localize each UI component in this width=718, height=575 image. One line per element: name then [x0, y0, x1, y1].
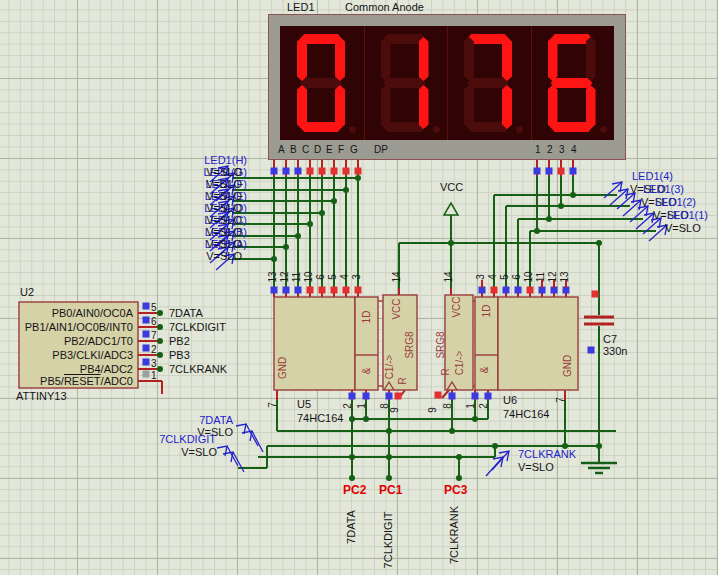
- voltage-annotation: V=SLO: [206, 238, 242, 250]
- rotated-label: R: [397, 377, 408, 384]
- c7-value[interactable]: 330n: [603, 345, 627, 357]
- segment-G-unlit: [300, 78, 342, 88]
- junction-dot: [319, 210, 325, 216]
- display-pin-number: 2: [547, 144, 553, 156]
- logic-state-indicator: [283, 168, 290, 175]
- logic-state-indicator: [485, 393, 492, 400]
- u2-pin-number: 6: [151, 316, 157, 328]
- logic-state-indicator: [283, 287, 290, 294]
- logic-state-indicator: [143, 345, 150, 352]
- probe-net-7data: 7DATA: [345, 510, 357, 544]
- logic-state-indicator: [449, 393, 456, 400]
- display-pin-letter: G: [350, 144, 358, 156]
- rotated-label: 8: [442, 403, 453, 409]
- u2-pin-name: PB2/ADC1/T0: [64, 335, 133, 347]
- display-pin-number: 3: [559, 144, 565, 156]
- u2-terminal-label[interactable]: PB2: [169, 335, 190, 347]
- rotated-label: 14: [391, 271, 402, 282]
- logic-state-indicator: [143, 371, 150, 378]
- rotated-label: C1/->: [454, 351, 465, 376]
- segment-B-unlit: [586, 37, 596, 81]
- rotated-label: 6: [315, 274, 326, 280]
- net-label[interactable]: LED1(2): [655, 196, 696, 208]
- rotated-label: 2: [342, 403, 353, 409]
- u2-value[interactable]: ATTINY13: [16, 390, 67, 402]
- net-label[interactable]: LED1(4): [632, 170, 673, 182]
- segment-F-lit: [548, 37, 558, 81]
- rotated-label: 10: [303, 271, 314, 282]
- c7-ref[interactable]: C7: [603, 333, 617, 345]
- probe-pc1[interactable]: PC1: [379, 484, 402, 496]
- rotated-label: 4: [487, 274, 498, 280]
- voltage-annotation: V=SLO: [206, 166, 242, 178]
- u2-pin-name: PB1/AIN1/OC0B/INT0: [25, 321, 133, 333]
- u6-ref[interactable]: U6: [503, 394, 517, 406]
- logic-state-indicator: [319, 287, 326, 294]
- rotated-label: 14: [443, 271, 454, 282]
- junction-dot: [283, 244, 289, 250]
- net-label[interactable]: LED1(1): [667, 209, 708, 221]
- logic-state-indicator: [592, 291, 599, 298]
- segment-E-lit: [548, 85, 558, 129]
- display-type: Common Anode: [345, 1, 424, 13]
- schematic-canvas[interactable]: LED1 Common Anode U2 ATTINY13 U5 74HC164…: [0, 0, 718, 575]
- junction-dot: [558, 203, 564, 209]
- rotated-label: SRG8: [435, 331, 446, 358]
- junction-dot: [271, 256, 277, 262]
- rotated-label: 5: [327, 274, 338, 280]
- rotated-label: R: [440, 368, 451, 375]
- rotated-label: 6: [511, 274, 522, 280]
- voltage-annotation: V=SLO: [206, 178, 242, 190]
- segment-DP-unlit: [516, 126, 523, 133]
- probe-pc3[interactable]: PC3: [444, 484, 467, 496]
- net-label[interactable]: LED1(3): [643, 183, 684, 195]
- u6-value[interactable]: 74HC164: [503, 408, 549, 420]
- wire[interactable]: [442, 390, 449, 398]
- u2-pin-name: PB0/AIN0/OC0A: [52, 307, 133, 319]
- voltage-7clkrank: V=SLO: [518, 461, 554, 473]
- u2-pin-number: 2: [151, 344, 157, 356]
- u2-terminal-label[interactable]: 7CLKDIGIT: [169, 321, 226, 333]
- u5-value[interactable]: 74HC164: [297, 412, 343, 424]
- display-ref[interactable]: LED1: [287, 1, 315, 13]
- u2-terminal-label[interactable]: 7DATA: [169, 307, 203, 319]
- digit-separator: [364, 26, 365, 140]
- junction-dot: [307, 221, 313, 227]
- u2-terminal-label[interactable]: PB3: [169, 349, 190, 361]
- u2-pin-number: 3: [151, 358, 157, 370]
- rotated-label: 7: [555, 397, 566, 403]
- rotated-label: 3: [475, 274, 486, 280]
- probe-pc2[interactable]: PC2: [343, 484, 366, 496]
- net-label-7clkrank[interactable]: 7CLKRANK: [518, 448, 576, 460]
- logic-state-indicator: [491, 287, 498, 294]
- logic-state-indicator: [307, 168, 314, 175]
- logic-state-indicator: [143, 359, 150, 366]
- segment-F-unlit: [464, 37, 474, 81]
- display-pin-letter: E: [326, 144, 333, 156]
- voltage-annotation: V=SLO: [665, 222, 701, 234]
- display-pin-letter: DP: [374, 144, 388, 156]
- rotated-label: 11: [535, 272, 546, 282]
- u5-ref[interactable]: U5: [297, 398, 311, 410]
- u2-terminal-label[interactable]: 7CLKRANK: [169, 363, 227, 375]
- rotated-label: 13: [267, 271, 278, 282]
- logic-state-indicator: [307, 287, 314, 294]
- display-pin-letter: C: [302, 144, 309, 156]
- digit-separator: [447, 26, 448, 140]
- display-pin-letter: A: [278, 144, 285, 156]
- logic-state-indicator: [355, 287, 362, 294]
- rotated-label: VCC: [451, 296, 462, 317]
- voltage-annotation: V=SLO: [206, 190, 242, 202]
- logic-state-indicator: [295, 287, 302, 294]
- u2-pin-number: 1: [151, 370, 157, 382]
- rotated-label: 5: [499, 274, 510, 280]
- logic-state-indicator: [588, 347, 595, 354]
- u2-ref[interactable]: U2: [20, 286, 34, 298]
- vcc-label[interactable]: VCC: [440, 181, 463, 193]
- net-label[interactable]: LED1(H): [204, 154, 247, 166]
- net-label-7data[interactable]: 7DATA: [233, 414, 267, 426]
- junction-dot: [456, 475, 462, 481]
- segment-C-lit: [335, 85, 345, 129]
- net-label-7clkdigit[interactable]: 7CLKDIGIT: [216, 433, 273, 445]
- segment-E-unlit: [464, 85, 474, 129]
